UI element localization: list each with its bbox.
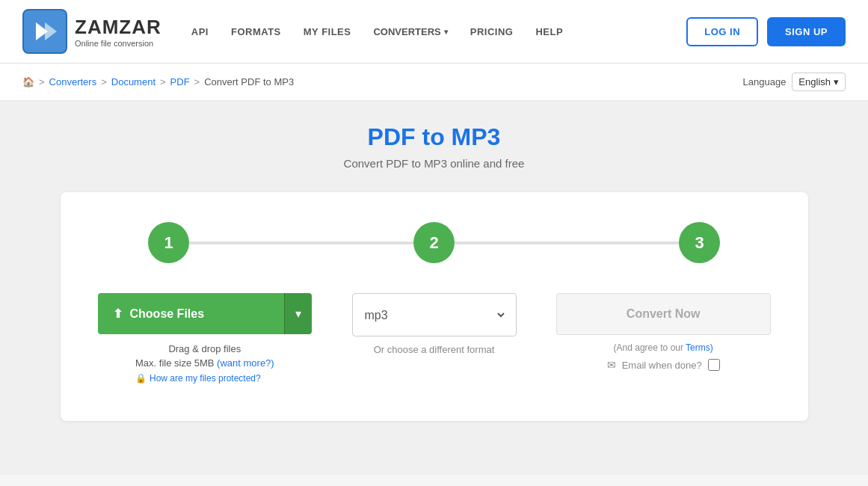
language-value: English — [798, 76, 831, 87]
format-select[interactable]: mp3 mp4 wav ogg — [362, 308, 507, 322]
terms-link[interactable]: Terms) — [686, 342, 713, 353]
step-line-2 — [455, 242, 679, 244]
converters-chevron-icon: ▾ — [444, 28, 448, 36]
header: ZAMZAR Online file conversion API FORMAT… — [0, 0, 868, 64]
want-more-link[interactable]: (want more?) — [217, 357, 274, 369]
breadcrumb-sep3: > — [160, 76, 166, 87]
logo-name: ZAMZAR — [75, 16, 161, 39]
logo-link[interactable]: ZAMZAR Online file conversion — [22, 9, 161, 54]
upload-icon: ⬆ — [113, 307, 123, 321]
logo-icon — [22, 9, 67, 54]
choose-info: Drag & drop files Max. file size 5MB (wa… — [135, 343, 274, 384]
convert-section: Convert Now (And agree to our Terms) ✉ E… — [556, 293, 771, 371]
choose-files-dropdown-button[interactable]: ▾ — [284, 293, 312, 334]
language-label: Language — [743, 76, 787, 87]
language-chevron-icon: ▾ — [834, 76, 839, 87]
language-area: Language English ▾ — [743, 73, 846, 91]
signup-button[interactable]: SIGN UP — [767, 17, 846, 46]
choose-section: ⬆ Choose Files ▾ Drag & drop files Max. … — [98, 293, 313, 384]
language-select[interactable]: English ▾ — [792, 73, 846, 91]
action-row: ⬆ Choose Files ▾ Drag & drop files Max. … — [98, 293, 771, 384]
terms-line: (And agree to our Terms) — [614, 342, 713, 353]
svg-marker-1 — [45, 22, 57, 40]
choose-dropdown-arrow-icon: ▾ — [295, 307, 301, 320]
home-icon[interactable]: 🏠 — [22, 76, 34, 87]
max-size-text: Max. file size 5MB (want more?) — [135, 357, 274, 369]
email-icon: ✉ — [607, 359, 616, 371]
choose-btn-wrapper: ⬆ Choose Files ▾ — [98, 293, 313, 334]
breadcrumb-current: Convert PDF to MP3 — [204, 76, 294, 87]
login-button[interactable]: LOG IN — [686, 17, 758, 46]
format-section: mp3 mp4 wav ogg Or choose a different fo… — [327, 293, 541, 355]
email-line: ✉ Email when done? — [607, 359, 720, 371]
nav-api[interactable]: API — [191, 26, 209, 37]
header-buttons: LOG IN SIGN UP — [686, 17, 846, 46]
nav-pricing[interactable]: PRICING — [470, 26, 514, 37]
page-title: PDF to MP3 — [22, 123, 846, 151]
email-when-done-label: Email when done? — [622, 360, 702, 371]
steps-row: 1 2 3 — [98, 222, 771, 263]
breadcrumb-pdf[interactable]: PDF — [170, 76, 190, 87]
main-content: PDF to MP3 Convert PDF to MP3 online and… — [0, 101, 868, 475]
format-select-wrapper[interactable]: mp3 mp4 wav ogg — [352, 293, 517, 336]
breadcrumb-sep2: > — [101, 76, 107, 87]
logo-text: ZAMZAR Online file conversion — [75, 16, 161, 48]
page-subtitle: Convert PDF to MP3 online and free — [22, 157, 846, 170]
main-nav: API FORMATS MY FILES CONVERTERS ▾ PRICIN… — [191, 26, 686, 37]
nav-converters[interactable]: CONVERTERS ▾ — [373, 26, 447, 37]
breadcrumb-bar: 🏠 > Converters > Document > PDF > Conver… — [0, 64, 868, 101]
step-line-1 — [189, 242, 413, 244]
convert-now-button[interactable]: Convert Now — [556, 293, 771, 335]
drag-drop-text: Drag & drop files — [135, 343, 274, 354]
lock-icon: 🔒 — [135, 373, 147, 384]
file-protection-link[interactable]: 🔒 How are my files protected? — [135, 373, 274, 384]
breadcrumb-document[interactable]: Document — [111, 76, 156, 87]
step-2: 2 — [413, 222, 455, 263]
conversion-box: 1 2 3 ⬆ Choose Files ▾ Dra — [61, 192, 808, 421]
breadcrumb: 🏠 > Converters > Document > PDF > Conver… — [22, 76, 294, 87]
logo-tagline: Online file conversion — [75, 39, 161, 48]
step-3: 3 — [679, 222, 720, 263]
nav-help[interactable]: HELP — [535, 26, 563, 37]
nav-myfiles[interactable]: MY FILES — [304, 26, 351, 37]
step-1: 1 — [148, 222, 189, 263]
format-hint: Or choose a different format — [374, 344, 495, 355]
breadcrumb-sep4: > — [194, 76, 200, 87]
choose-files-button[interactable]: ⬆ Choose Files — [98, 293, 285, 334]
nav-formats[interactable]: FORMATS — [231, 26, 281, 37]
breadcrumb-sep1: > — [39, 76, 45, 87]
breadcrumb-converters[interactable]: Converters — [49, 76, 97, 87]
email-when-done-checkbox[interactable] — [708, 359, 720, 371]
